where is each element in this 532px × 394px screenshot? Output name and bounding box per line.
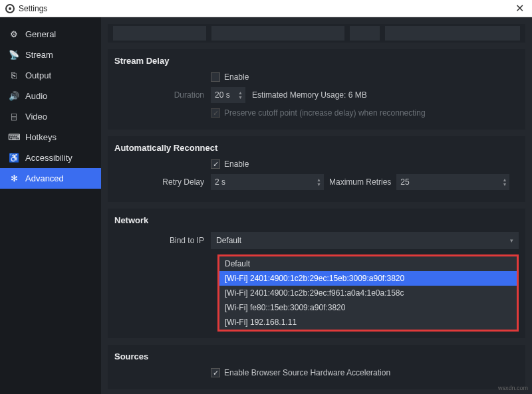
sidebar-item-advanced[interactable]: ✻Advanced xyxy=(0,168,101,189)
section-title: Network xyxy=(114,215,519,225)
section-title: Sources xyxy=(114,351,519,361)
sidebar-item-label: Output xyxy=(25,70,51,80)
auto-reconnect-panel: Automatically Reconnect Enable Retry Del… xyxy=(108,136,525,202)
dropdown-option[interactable]: Default xyxy=(219,256,517,271)
section-title: Stream Delay xyxy=(114,56,519,66)
field-fragment xyxy=(211,26,344,41)
sidebar-item-stream[interactable]: 📡Stream xyxy=(0,45,101,65)
speaker-icon: 🔊 xyxy=(8,91,20,101)
watermark: wsxdn.com xyxy=(498,385,528,391)
sidebar-item-accessibility[interactable]: ♿Accessibility xyxy=(0,148,101,168)
enable-label: Enable xyxy=(224,159,249,169)
spinner-arrows[interactable]: ▲▼ xyxy=(502,177,507,187)
app-icon xyxy=(5,4,15,13)
enable-label: Enable xyxy=(224,72,249,82)
dropdown-option[interactable]: [Wi-Fi] 192.168.1.11 xyxy=(219,315,517,330)
duration-spinner[interactable]: 20 s ▲▼ xyxy=(211,87,245,103)
enable-checkbox[interactable] xyxy=(211,159,220,169)
sidebar-item-general[interactable]: ⚙General xyxy=(0,24,101,45)
field-fragment xyxy=(350,26,380,41)
hw-accel-checkbox[interactable] xyxy=(211,368,220,377)
sidebar-item-label: Advanced xyxy=(25,173,64,183)
bind-ip-value: Default xyxy=(216,236,241,245)
sidebar-item-label: Hotkeys xyxy=(25,132,57,142)
sidebar-item-audio[interactable]: 🔊Audio xyxy=(0,86,101,106)
section-title: Automatically Reconnect xyxy=(114,143,519,153)
retry-delay-spinner[interactable]: 2 s ▲▼ xyxy=(211,174,324,190)
settings-shell: ⚙General 📡Stream ⎘Output 🔊Audio ⌸Video ⌨… xyxy=(0,17,532,394)
field-fragment xyxy=(113,26,206,41)
enable-checkbox[interactable] xyxy=(211,72,220,82)
sources-panel: Sources Enable Browser Source Hardware A… xyxy=(108,345,525,389)
dropdown-option[interactable]: [Wi-Fi] fe80::15eb:3009:a90f:3820 xyxy=(219,300,517,315)
duration-value: 20 s xyxy=(215,90,230,100)
monitor-icon: ⌸ xyxy=(8,112,20,122)
dropdown-option[interactable]: [Wi-Fi] 2401:4900:1c2b:29ec:15eb:3009:a9… xyxy=(219,271,517,286)
chevron-down-icon: ▾ xyxy=(510,237,513,244)
bind-ip-dropdown: Default [Wi-Fi] 2401:4900:1c2b:29ec:15eb… xyxy=(217,254,519,332)
bind-ip-label: Bind to IP xyxy=(114,236,211,245)
hw-accel-label: Enable Browser Source Hardware Accelerat… xyxy=(224,368,390,377)
antenna-icon: 📡 xyxy=(8,50,20,60)
dropdown-option[interactable]: [Wi-Fi] 2401:4900:1c2b:29ec:f961:a0a4:1e… xyxy=(219,286,517,300)
preserve-label: Preserve cutoff point (increase delay) w… xyxy=(224,108,426,118)
sidebar-item-label: Stream xyxy=(25,50,53,60)
duration-label: Duration xyxy=(114,90,211,100)
main-content: Stream Delay Enable Duration 20 s ▲▼ Est… xyxy=(101,17,532,394)
titlebar: Settings ✕ xyxy=(0,0,532,17)
field-fragment xyxy=(385,26,520,41)
estimated-memory: Estimated Memory Usage: 6 MB xyxy=(252,90,367,100)
retry-delay-label: Retry Delay xyxy=(114,177,211,187)
output-icon: ⎘ xyxy=(8,70,20,80)
spinner-arrows[interactable]: ▲▼ xyxy=(238,90,243,100)
sliders-icon: ✻ xyxy=(8,173,20,183)
max-retries-value: 25 xyxy=(400,177,409,187)
spinner-arrows[interactable]: ▲▼ xyxy=(317,177,321,187)
sidebar-item-label: Accessibility xyxy=(25,153,72,163)
sidebar-item-label: Audio xyxy=(25,91,47,101)
max-retries-label: Maximum Retries xyxy=(329,177,391,187)
gear-icon: ⚙ xyxy=(8,29,20,39)
close-button[interactable]: ✕ xyxy=(513,2,527,15)
accessibility-icon: ♿ xyxy=(8,153,20,163)
network-panel: Network Bind to IP Default ▾ Default [Wi… xyxy=(108,209,525,338)
window-title: Settings xyxy=(19,4,47,13)
preserve-checkbox[interactable] xyxy=(211,108,220,118)
keyboard-icon: ⌨ xyxy=(8,132,20,142)
sidebar: ⚙General 📡Stream ⎘Output 🔊Audio ⌸Video ⌨… xyxy=(0,17,101,394)
sidebar-item-label: Video xyxy=(25,112,47,122)
sidebar-item-output[interactable]: ⎘Output xyxy=(0,65,101,86)
sidebar-item-video[interactable]: ⌸Video xyxy=(0,106,101,127)
bind-ip-select[interactable]: Default ▾ xyxy=(211,232,519,249)
sidebar-item-hotkeys[interactable]: ⌨Hotkeys xyxy=(0,127,101,148)
retry-delay-value: 2 s xyxy=(215,177,225,187)
cut-off-row xyxy=(108,24,525,43)
stream-delay-panel: Stream Delay Enable Duration 20 s ▲▼ Est… xyxy=(108,49,525,130)
max-retries-spinner[interactable]: 25 ▲▼ xyxy=(396,174,509,190)
sidebar-item-label: General xyxy=(25,29,56,39)
